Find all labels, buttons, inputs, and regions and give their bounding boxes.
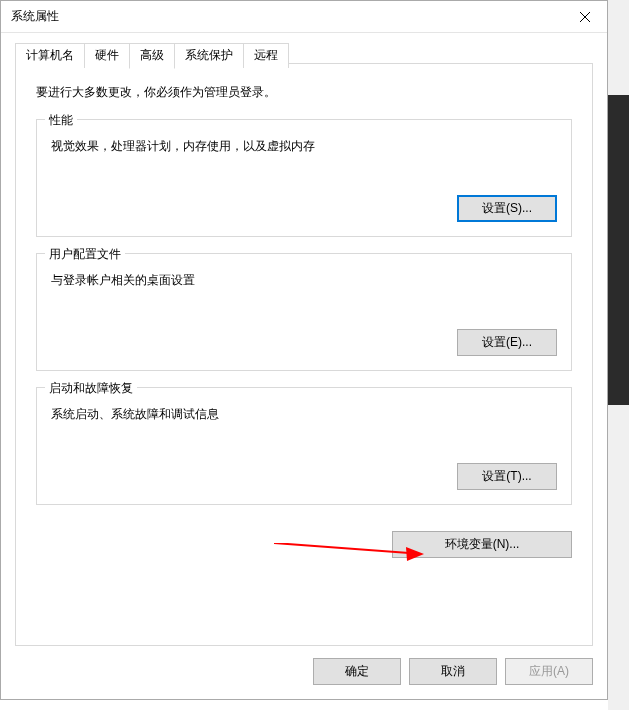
dialog-content: 计算机名 硬件 高级 系统保护 远程 要进行大多数更改，你必须作为管理员登录。 … — [1, 33, 607, 699]
svg-line-2 — [274, 543, 409, 553]
performance-settings-button[interactable]: 设置(S)... — [457, 195, 557, 222]
user-profiles-desc: 与登录帐户相关的桌面设置 — [51, 272, 557, 289]
background-dark-strip — [608, 95, 629, 405]
performance-desc: 视觉效果，处理器计划，内存使用，以及虚拟内存 — [51, 138, 557, 155]
tab-panel-advanced: 要进行大多数更改，你必须作为管理员登录。 性能 视觉效果，处理器计划，内存使用，… — [16, 64, 592, 645]
performance-group: 性能 视觉效果，处理器计划，内存使用，以及虚拟内存 设置(S)... — [36, 119, 572, 237]
dialog-button-row: 确定 取消 应用(A) — [15, 658, 593, 685]
admin-notice: 要进行大多数更改，你必须作为管理员登录。 — [36, 84, 572, 101]
tab-hardware[interactable]: 硬件 — [84, 43, 130, 68]
tab-advanced[interactable]: 高级 — [129, 43, 175, 69]
close-icon — [580, 12, 590, 22]
user-profiles-button-row: 设置(E)... — [51, 329, 557, 356]
close-button[interactable] — [562, 1, 607, 32]
cancel-button[interactable]: 取消 — [409, 658, 497, 685]
env-variables-row: 环境变量(N)... — [36, 531, 572, 558]
startup-recovery-group: 启动和故障恢复 系统启动、系统故障和调试信息 设置(T)... — [36, 387, 572, 505]
system-properties-dialog: 系统属性 计算机名 硬件 高级 系统保护 远程 要进行大多数更改，你必须作为管理… — [0, 0, 608, 700]
window-title: 系统属性 — [11, 8, 59, 25]
user-profiles-settings-button[interactable]: 设置(E)... — [457, 329, 557, 356]
user-profiles-group: 用户配置文件 与登录帐户相关的桌面设置 设置(E)... — [36, 253, 572, 371]
startup-recovery-button-row: 设置(T)... — [51, 463, 557, 490]
tabs-container: 计算机名 硬件 高级 系统保护 远程 要进行大多数更改，你必须作为管理员登录。 … — [15, 63, 593, 646]
performance-button-row: 设置(S)... — [51, 195, 557, 222]
performance-title: 性能 — [45, 112, 77, 129]
ok-button[interactable]: 确定 — [313, 658, 401, 685]
tab-computer-name[interactable]: 计算机名 — [15, 43, 85, 68]
environment-variables-button[interactable]: 环境变量(N)... — [392, 531, 572, 558]
tab-remote[interactable]: 远程 — [243, 43, 289, 68]
startup-recovery-title: 启动和故障恢复 — [45, 380, 137, 397]
startup-recovery-desc: 系统启动、系统故障和调试信息 — [51, 406, 557, 423]
tab-system-protection[interactable]: 系统保护 — [174, 43, 244, 68]
apply-button[interactable]: 应用(A) — [505, 658, 593, 685]
user-profiles-title: 用户配置文件 — [45, 246, 125, 263]
titlebar: 系统属性 — [1, 1, 607, 33]
tabs-header: 计算机名 硬件 高级 系统保护 远程 — [15, 43, 288, 68]
startup-recovery-settings-button[interactable]: 设置(T)... — [457, 463, 557, 490]
